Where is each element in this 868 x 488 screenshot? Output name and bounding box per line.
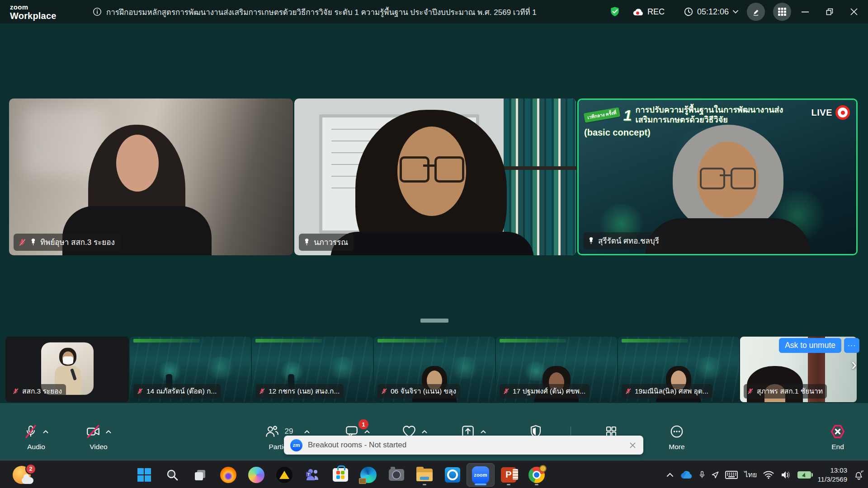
timer-value: 05:12:06 xyxy=(697,7,729,17)
reactions-menu-chevron[interactable] xyxy=(421,430,428,434)
powerpoint-button[interactable]: P xyxy=(495,463,523,487)
banner-number: 1 xyxy=(623,108,632,123)
annotate-button[interactable] xyxy=(747,3,765,21)
logo-workplace-text: Workplace xyxy=(10,11,57,20)
windows-icon xyxy=(137,468,151,482)
close-button[interactable] xyxy=(844,0,864,23)
outlook-icon xyxy=(445,467,460,483)
timer-chevron-icon[interactable] xyxy=(732,9,739,14)
chrome-button[interactable] xyxy=(523,463,551,487)
taskbar-app-icons: T zoo xyxy=(130,461,551,488)
ask-to-unmute-button[interactable]: Ask to unmute xyxy=(779,338,841,353)
participant-options-button[interactable]: ··· xyxy=(844,338,859,353)
tray-overflow-chevron[interactable] xyxy=(666,473,674,477)
task-view-button[interactable] xyxy=(186,463,214,487)
firefox-button[interactable] xyxy=(214,463,242,487)
encryption-shield-icon[interactable] xyxy=(609,6,621,18)
participant-name-tag: 12 กชกร (เนย) สนง.ก... xyxy=(255,384,344,399)
background-art xyxy=(377,339,444,343)
video-tile-active-speaker[interactable]: เวทีกลาง ครั้งที่ 1 การปรับความรู้พื้นฐา… xyxy=(577,99,858,255)
participant-name: 14 ณภัสรัตน์ (ต๊อด) ก... xyxy=(146,385,217,397)
more-button[interactable]: More xyxy=(652,423,702,451)
powerpoint-icon: P xyxy=(501,467,516,483)
chrome-profile-badge xyxy=(539,465,547,472)
video-tile-speaker-2[interactable]: นภาวรรณ xyxy=(294,99,576,255)
audio-menu-chevron[interactable] xyxy=(42,430,49,434)
svg-text:z: z xyxy=(863,469,864,472)
search-icon xyxy=(165,468,179,482)
filmstrip-tile[interactable]: 19มณีนิล(นิล) ศสพ อุต... xyxy=(618,337,739,402)
notification-close-icon[interactable] xyxy=(629,436,636,455)
filmstrip-next-button[interactable]: › xyxy=(851,357,857,373)
participant-name: ทิพย์อุษา สสก.3 ระยอง xyxy=(40,236,115,248)
participants-menu-chevron[interactable] xyxy=(304,430,310,434)
taskbar-clock[interactable]: 13:03 11/3/2569 xyxy=(817,466,847,483)
meeting-info-icon[interactable] xyxy=(93,7,102,16)
volume-icon[interactable] xyxy=(780,470,791,479)
live-label: LIVE xyxy=(811,108,832,118)
recording-indicator: REC xyxy=(632,7,665,17)
input-language-button[interactable]: ไทย xyxy=(744,469,757,480)
logo-zoom-text: zoom xyxy=(10,4,57,10)
participant-name-tag: ทิพย์อุษา สสก.3 ระยอง xyxy=(14,234,121,251)
zoom-app-button[interactable]: zoom xyxy=(467,463,495,487)
wifi-icon[interactable] xyxy=(763,470,774,479)
person-silhouette xyxy=(9,99,293,255)
rec-label: REC xyxy=(647,7,665,17)
video-menu-chevron[interactable] xyxy=(105,430,112,434)
search-button[interactable] xyxy=(158,463,186,487)
zoom-meeting-window: zoom Workplace การฝึกอบรมหลักสูตรการพัฒน… xyxy=(0,0,868,488)
notification-message: Breakout rooms - Not started xyxy=(308,441,406,450)
aimp-icon xyxy=(276,467,292,483)
aimp-button[interactable] xyxy=(270,463,298,487)
mic-muted-icon xyxy=(381,388,387,394)
filmstrip-tile[interactable]: สสก.3 ระยอง xyxy=(5,337,129,402)
banner-ribbon: เวทีกลาง ครั้งที่ xyxy=(584,107,620,122)
filmstrip-tile[interactable]: 14 ณภัสรัตน์ (ต๊อด) ก... xyxy=(130,337,251,402)
participants-icon xyxy=(264,424,279,439)
camera-button[interactable] xyxy=(382,463,410,487)
file-explorer-button[interactable] xyxy=(410,463,439,487)
video-button[interactable]: Video xyxy=(74,423,123,451)
banner-title: การปรับความรู้พื้นฐานในการพัฒนางานส่งเสร… xyxy=(636,105,797,125)
copilot-button[interactable] xyxy=(242,463,270,487)
video-tile-speaker-1[interactable]: ทิพย์อุษา สสก.3 ระยอง xyxy=(9,99,293,255)
filmstrip-drag-handle[interactable] xyxy=(420,319,448,323)
clock-icon xyxy=(684,7,693,17)
onedrive-icon[interactable] xyxy=(680,470,693,479)
edge-work-button[interactable] xyxy=(354,463,382,487)
participant-name: สุภาพร สสก.1 ชัยนาท xyxy=(757,385,823,397)
location-in-use-icon[interactable] xyxy=(712,471,719,479)
participant-name-tag: นภาวรรณ xyxy=(299,234,354,251)
filmstrip-tile[interactable]: 06 จันจิรา (แนน) ขลุง xyxy=(374,337,495,402)
ask-to-unmute-label: Ask to unmute xyxy=(785,341,835,350)
minimize-button[interactable] xyxy=(795,0,816,23)
breakout-rooms-notification[interactable]: zm Breakout rooms - Not started xyxy=(284,436,643,455)
person-silhouette xyxy=(294,99,576,255)
chrome-icon xyxy=(528,467,545,483)
taskbar-widgets-button[interactable]: 2 xyxy=(5,461,38,488)
participant-name: สสก.3 ระยอง xyxy=(22,385,62,397)
work-profile-badge xyxy=(359,478,366,484)
audio-button[interactable]: Audio xyxy=(11,423,61,451)
battery-charging-icon[interactable] xyxy=(797,471,811,479)
microsoft-store-button[interactable] xyxy=(326,463,354,487)
notification-bell-dnd-icon[interactable]: zz xyxy=(854,469,864,480)
running-indicator xyxy=(507,484,510,485)
share-menu-chevron[interactable] xyxy=(480,430,486,434)
views-grid-button[interactable] xyxy=(773,3,791,21)
background-art xyxy=(327,357,359,379)
chat-menu-chevron[interactable] xyxy=(364,430,370,434)
touch-keyboard-icon[interactable] xyxy=(725,470,738,479)
grid-icon xyxy=(778,7,787,16)
end-meeting-button[interactable]: End xyxy=(813,423,863,451)
filmstrip-tile[interactable]: 12 กชกร (เนย) สนง.ก... xyxy=(252,337,373,402)
start-button[interactable] xyxy=(130,463,158,487)
filmstrip-tile[interactable]: 17 ปฐมพงศ์ (ต้น) ศขพ... xyxy=(496,337,617,402)
outlook-button[interactable] xyxy=(439,463,467,487)
mic-in-use-icon[interactable] xyxy=(699,471,705,479)
restore-button[interactable] xyxy=(819,0,840,23)
camera-muted-icon xyxy=(85,424,101,439)
teams-button[interactable]: T xyxy=(298,463,326,487)
pin-icon xyxy=(303,238,310,246)
